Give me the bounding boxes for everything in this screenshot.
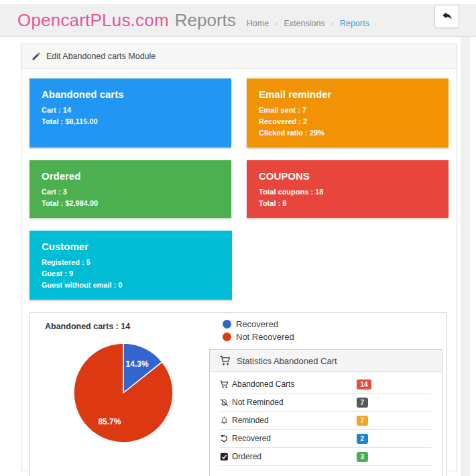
chart-title: Abandoned carts : 14: [45, 322, 130, 331]
card-stat: Cart : 3: [42, 186, 219, 198]
legend-item-not-recovered: Not Recovered: [223, 332, 294, 342]
stat-row-ordered: Ordered 3: [220, 448, 432, 466]
stat-label: Recovered: [220, 434, 357, 443]
stat-badge: 14: [357, 379, 371, 390]
card-title: COUPONS: [259, 170, 436, 182]
cart-icon: [220, 380, 229, 389]
stat-label-text: Recovered: [232, 434, 271, 443]
breadcrumb-extensions[interactable]: Extensions: [284, 19, 324, 28]
top-bar: OpencartPLus.com Reports Home › Extensio…: [0, 4, 476, 37]
stat-label-text: Not Reminded: [232, 398, 284, 407]
card-title: Abandoned carts: [42, 88, 219, 100]
pie-chart-wrap: 14.3%85.7%: [70, 339, 177, 447]
stat-badge: 7: [357, 398, 368, 408]
breadcrumb-home[interactable]: Home: [247, 19, 269, 28]
bell-icon: [220, 416, 229, 425]
stat-badge: 2: [357, 434, 368, 444]
bell-slash-icon: [220, 398, 229, 407]
card-stat: Registered : 5: [42, 257, 220, 268]
legend-dot-recovered: [223, 320, 231, 329]
stat-badge: 3: [357, 452, 368, 462]
undo-icon: [220, 434, 229, 443]
legend-dot-not-recovered: [223, 333, 231, 341]
card-stat: Email sent : 7: [259, 105, 436, 116]
card-ordered: Ordered Cart : 3 Total : $2,984.00: [29, 160, 231, 218]
stat-label: Reminded: [220, 416, 357, 425]
breadcrumb: Home › Extensions › Reports: [247, 18, 369, 28]
stat-label-text: Reminded: [232, 416, 269, 425]
card-stat: Guest : 9: [42, 268, 220, 280]
breadcrumb-separator: ›: [331, 18, 334, 28]
statistics-title: Statistics Abandoned Cart: [237, 356, 337, 366]
stat-row-recovered: Recovered 2: [220, 430, 432, 448]
stat-row-abandoned-carts: Abandoned Carts 14: [220, 375, 432, 394]
abandoned-carts-chart-panel: Abandoned carts : 14 Recovered Not Recov…: [29, 312, 447, 476]
brand-title: OpencartPLus.com: [17, 10, 169, 31]
stat-label-text: Abandoned Carts: [232, 379, 294, 389]
legend-label: Not Recovered: [236, 332, 294, 342]
card-title: Customer: [42, 241, 220, 252]
card-stat: Recovered : 2: [259, 116, 436, 127]
card-stat: Total : 8: [259, 198, 436, 209]
card-stat: Clicked ratio : 29%: [259, 127, 436, 139]
cart-icon: [220, 355, 231, 366]
legend-label: Recovered: [236, 319, 278, 329]
legend-item-recovered: Recovered: [223, 319, 294, 329]
module-panel-header: Edit Abandoned carts Module: [21, 44, 457, 69]
breadcrumb-reports[interactable]: Reports: [340, 19, 369, 28]
card-abandoned-carts: Abandoned carts Cart : 14 Total : $8,115…: [29, 78, 231, 147]
chart-legend: Recovered Not Recovered: [223, 319, 294, 342]
breadcrumb-separator: ›: [275, 18, 278, 28]
pie-chart: 14.3%85.7%: [70, 339, 177, 447]
reply-icon: [442, 11, 453, 21]
card-email-reminder: Email reminder Email sent : 7 Recovered …: [247, 78, 449, 147]
pie-slice-label: 85.7%: [98, 417, 121, 426]
page-title: Reports: [175, 10, 236, 31]
stat-row-not-reminded: Not Reminded 7: [220, 394, 432, 412]
statistics-panel: Statistics Abandoned Cart: [209, 349, 442, 476]
statistics-rows: Abandoned Carts 14: [210, 372, 442, 466]
card-stat: Total : $2,984.00: [42, 198, 219, 209]
card-stat: Cart : 14: [42, 105, 219, 116]
stat-row-reminded: Reminded 7: [220, 412, 432, 430]
card-coupons: COUPONS Total coupons : 18 Total : 8: [247, 160, 449, 218]
card-stat: Total coupons : 18: [259, 186, 436, 198]
stat-label: Abandoned Carts: [220, 379, 357, 389]
back-button[interactable]: [434, 5, 459, 28]
pencil-icon: [32, 52, 40, 61]
scrollbar-track[interactable]: [461, 37, 470, 476]
card-customer: Customer Registered : 5 Guest : 9 Guest …: [29, 231, 232, 300]
reports-panel: Edit Abandoned carts Module Abandoned ca…: [21, 44, 457, 471]
card-stat: Guest without email : 0: [42, 280, 220, 291]
stat-badge: 7: [357, 416, 368, 426]
check-square-icon: [220, 453, 229, 461]
card-stat: Total : $8,115.00: [42, 116, 219, 127]
stat-label-text: Ordered: [232, 452, 261, 461]
module-panel-title: Edit Abandoned carts Module: [46, 52, 156, 61]
stat-label: Ordered: [220, 452, 357, 461]
statistics-header: Statistics Abandoned Cart: [210, 350, 442, 372]
pie-slice-label: 14.3%: [126, 360, 149, 369]
stat-label: Not Reminded: [220, 398, 357, 407]
card-title: Ordered: [42, 170, 219, 182]
card-title: Email reminder: [259, 88, 436, 100]
